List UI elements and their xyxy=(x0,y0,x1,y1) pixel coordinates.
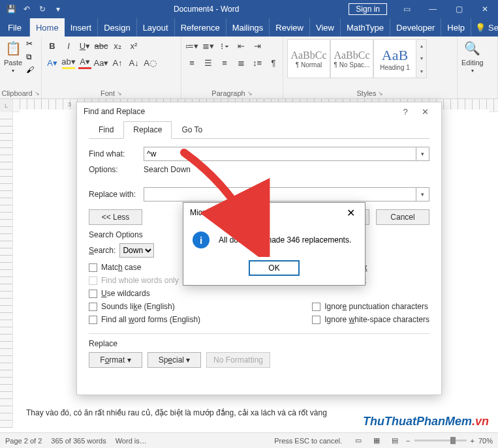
read-mode-icon[interactable]: ▭ xyxy=(351,435,366,447)
cut-icon[interactable]: ✂ xyxy=(26,39,34,48)
paste-button[interactable]: 📋 Paste ▾ xyxy=(4,39,22,74)
tab-references[interactable]: Reference xyxy=(175,18,226,37)
page-indicator[interactable]: Page 2 of 2 xyxy=(5,437,42,445)
tab-mathtype[interactable]: MathType xyxy=(341,18,390,37)
less-button[interactable]: << Less xyxy=(89,209,142,225)
align-right-icon[interactable]: ≡ xyxy=(218,56,231,69)
tab-help[interactable]: Help xyxy=(441,18,471,37)
maximize-icon[interactable]: ▢ xyxy=(446,0,472,18)
help-icon[interactable]: ? xyxy=(396,107,415,117)
align-left-icon[interactable]: ≡ xyxy=(185,56,198,69)
zoom-slider[interactable] xyxy=(414,440,467,441)
highlight-icon[interactable]: ab▾ xyxy=(62,56,75,69)
italic-icon[interactable]: I xyxy=(62,39,75,52)
redo-icon[interactable]: ↻ xyxy=(37,3,48,15)
multilevel-icon[interactable]: ⫶▾ xyxy=(218,39,231,52)
ribbon-options-icon[interactable]: ▭ xyxy=(394,0,420,18)
subscript-icon[interactable]: x₂ xyxy=(111,39,124,52)
qat-dropdown-icon[interactable]: ▾ xyxy=(52,3,64,15)
use-wildcards-checkbox[interactable]: Use wildcards xyxy=(89,289,200,298)
find-history-dropdown[interactable]: ▾ xyxy=(416,147,429,161)
close-icon[interactable]: ✕ xyxy=(343,207,358,219)
sign-in-button[interactable]: Sign in xyxy=(349,3,387,15)
sounds-like-checkbox[interactable]: Sounds like (English) xyxy=(89,302,200,311)
tab-insert[interactable]: Insert xyxy=(65,18,99,37)
status-bar: Page 2 of 2 365 of 365 words Word is… Pr… xyxy=(0,432,498,448)
show-marks-icon[interactable]: ¶ xyxy=(267,56,280,69)
editing-menu[interactable]: 🔍Editing▾ xyxy=(461,39,484,74)
increase-indent-icon[interactable]: ⇥ xyxy=(251,39,264,52)
zoom-in-icon[interactable]: + xyxy=(471,437,475,445)
style-heading1[interactable]: AaBHeading 1 xyxy=(373,39,416,78)
justify-icon[interactable]: ≣ xyxy=(234,56,247,69)
dialog-launcher-icon[interactable]: ↘ xyxy=(378,90,383,97)
copy-icon[interactable]: ⧉ xyxy=(26,52,34,61)
tab-find[interactable]: Find xyxy=(89,121,123,139)
clear-formatting-icon[interactable]: A◌ xyxy=(144,56,157,69)
replace-history-dropdown[interactable]: ▾ xyxy=(416,187,429,202)
format-painter-icon[interactable]: 🖌 xyxy=(26,65,34,74)
decrease-indent-icon[interactable]: ⇤ xyxy=(234,39,247,52)
cancel-button[interactable]: Cancel xyxy=(376,209,429,225)
tell-me-search[interactable]: 💡 Search xyxy=(475,18,498,37)
dialog-launcher-icon[interactable]: ↘ xyxy=(117,90,122,97)
style-normal[interactable]: AaBbCc¶ Normal xyxy=(287,39,330,78)
bullets-icon[interactable]: ≔▾ xyxy=(185,39,198,52)
align-center-icon[interactable]: ☰ xyxy=(202,56,215,69)
gallery-expand-icon[interactable]: ▴▾▾ xyxy=(416,39,427,78)
tab-selector-icon[interactable]: L xyxy=(0,99,13,112)
word-forms-checkbox[interactable]: Find all word forms (English) xyxy=(89,315,200,324)
underline-icon[interactable]: U▾ xyxy=(78,39,91,52)
line-spacing-icon[interactable]: ↕≡ xyxy=(251,56,264,69)
tab-layout[interactable]: Layout xyxy=(137,18,175,37)
strikethrough-icon[interactable]: abc xyxy=(95,39,108,52)
close-icon[interactable]: ✕ xyxy=(415,107,435,117)
dialog-launcher-icon[interactable]: ↘ xyxy=(35,90,40,97)
tab-review[interactable]: Review xyxy=(270,18,310,37)
bold-icon[interactable]: B xyxy=(46,39,59,52)
options-label: Options: xyxy=(89,165,144,174)
superscript-icon[interactable]: x² xyxy=(127,39,140,52)
minimize-icon[interactable]: ― xyxy=(420,0,446,18)
tab-view[interactable]: View xyxy=(310,18,341,37)
ok-button[interactable]: OK xyxy=(249,260,300,276)
tab-goto[interactable]: Go To xyxy=(172,121,212,139)
print-layout-icon[interactable]: ▦ xyxy=(369,435,384,447)
font-color-icon[interactable]: A▾ xyxy=(78,56,91,69)
undo-icon[interactable]: ↶ xyxy=(21,3,33,15)
web-layout-icon[interactable]: ▤ xyxy=(388,435,402,447)
zoom-level[interactable]: 70% xyxy=(478,437,493,445)
styles-gallery[interactable]: AaBbCc¶ Normal AaBbCc¶ No Spac... AaBHea… xyxy=(287,39,427,78)
change-case-icon[interactable]: Aa▾ xyxy=(95,56,108,69)
vertical-ruler[interactable] xyxy=(0,112,13,428)
language-indicator[interactable]: Word is… xyxy=(116,437,147,445)
options-value: Search Down xyxy=(144,165,191,174)
tab-file[interactable]: File xyxy=(0,18,30,37)
search-direction-select[interactable]: Down xyxy=(119,243,154,258)
grow-font-icon[interactable]: A↑ xyxy=(111,56,124,69)
tab-developer[interactable]: Developer xyxy=(390,18,441,37)
text-effects-icon[interactable]: A▾ xyxy=(46,56,59,69)
tab-mailings[interactable]: Mailings xyxy=(226,18,270,37)
info-icon: i xyxy=(193,231,210,248)
special-button[interactable]: Special ▾ xyxy=(148,352,201,368)
tab-home[interactable]: Home xyxy=(30,18,65,37)
no-formatting-button[interactable]: No Formatting xyxy=(206,352,270,368)
zoom-out-icon[interactable]: − xyxy=(406,437,410,445)
word-count[interactable]: 365 of 365 words xyxy=(51,437,106,445)
tab-design[interactable]: Design xyxy=(98,18,136,37)
dialog-launcher-icon[interactable]: ↘ xyxy=(247,90,253,97)
format-button[interactable]: Format ▾ xyxy=(89,352,142,368)
ignore-whitespace-checkbox[interactable]: Ignore white-space characters xyxy=(312,315,429,324)
shrink-font-icon[interactable]: A↓ xyxy=(127,56,140,69)
message-title: Microsoft Word xyxy=(190,208,242,217)
replace-section-label: Replace xyxy=(89,339,429,348)
tab-replace[interactable]: Replace xyxy=(123,121,172,139)
numbering-icon[interactable]: ≣▾ xyxy=(202,39,215,52)
close-icon[interactable]: ✕ xyxy=(472,0,498,18)
style-no-spacing[interactable]: AaBbCc¶ No Spac... xyxy=(330,39,373,78)
save-icon[interactable]: 💾 xyxy=(5,3,17,15)
replace-with-input[interactable] xyxy=(144,187,416,202)
ignore-punctuation-checkbox[interactable]: Ignore punctuation characters xyxy=(312,302,429,311)
find-what-input[interactable] xyxy=(144,147,416,161)
